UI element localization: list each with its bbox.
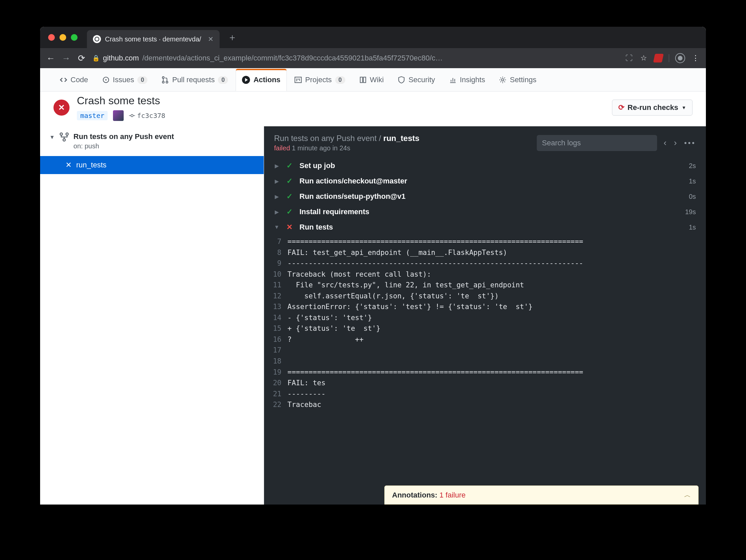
translate-icon[interactable]: ⛶ (625, 54, 633, 62)
extension-icon[interactable] (653, 54, 664, 62)
chevron-icon[interactable]: ▶ (274, 178, 280, 184)
log-line: 18 (264, 356, 706, 367)
log-menu-icon[interactable]: ••• (684, 139, 696, 147)
prev-icon[interactable]: ‹ (664, 138, 667, 148)
log-output: 7=======================================… (264, 235, 706, 410)
avatar[interactable] (113, 110, 124, 121)
tab-code-label: Code (70, 76, 88, 84)
log-line: 20FAIL: tes (264, 378, 706, 389)
chevron-icon[interactable]: ▼ (274, 224, 280, 230)
log-panel: Run tests on any Push event / run_tests … (264, 126, 706, 504)
actions-icon (242, 76, 250, 84)
chrome-menu-icon[interactable]: ⋮ (691, 54, 700, 62)
github-favicon-icon (93, 35, 101, 43)
tab-insights-label: Insights (460, 76, 485, 84)
tab-issues[interactable]: Issues 0 (96, 68, 154, 91)
graph-icon (449, 76, 457, 84)
workflow-trigger: on: push (74, 142, 174, 150)
svg-point-9 (66, 133, 68, 135)
url-field[interactable]: 🔒 github.com/dementevda/actions_ci_examp… (92, 54, 619, 62)
close-tab-icon[interactable]: ✕ (205, 35, 213, 43)
step-row[interactable]: ▶✓Run actions/setup-python@v10s (264, 189, 706, 204)
minimize-window-icon[interactable] (59, 34, 66, 41)
sidebar-job-run-tests[interactable]: ✕ run_tests (40, 156, 264, 174)
log-line: 22Tracebac (264, 399, 706, 410)
svg-point-1 (105, 79, 107, 81)
sync-icon: ⟳ (618, 103, 624, 112)
status-fail-icon: ✕ (54, 99, 69, 116)
step-name: Set up job (299, 161, 683, 170)
tab-wiki[interactable]: Wiki (353, 68, 391, 91)
breadcrumb: Run tests on any Push event / run_tests (274, 134, 530, 143)
profile-icon[interactable] (675, 53, 685, 63)
svg-point-4 (166, 81, 168, 83)
step-name: Run tests (299, 223, 683, 232)
issues-count: 0 (137, 76, 147, 84)
check-icon: ✓ (285, 161, 293, 170)
bookmark-icon[interactable]: ☆ (639, 54, 648, 62)
workflow-icon (59, 132, 69, 142)
chevron-icon[interactable]: ▶ (274, 194, 280, 200)
collapse-icon[interactable]: ▼ (50, 134, 55, 140)
new-tab-button[interactable]: ＋ (228, 31, 237, 44)
tab-settings[interactable]: Settings (493, 68, 543, 91)
log-header: Run tests on any Push event / run_tests … (264, 126, 706, 158)
step-row[interactable]: ▶✓Install requirements19s (264, 204, 706, 219)
log-line: 8FAIL: test_get_api_endpoint (__main__.F… (264, 247, 706, 258)
chevron-icon[interactable]: ▶ (274, 163, 280, 169)
search-logs-input[interactable]: Search logs (537, 135, 657, 151)
tab-code[interactable]: Code (54, 68, 94, 91)
svg-point-7 (131, 114, 133, 117)
tab-wiki-label: Wiki (370, 76, 384, 84)
tab-settings-label: Settings (510, 76, 537, 84)
gear-icon (499, 76, 506, 84)
chevron-up-icon[interactable]: ︿ (684, 491, 691, 500)
log-line: 17 (264, 345, 706, 356)
x-icon: ✕ (285, 223, 293, 232)
address-bar: ← → ⟳ 🔒 github.com/dementevda/actions_ci… (40, 48, 706, 68)
maximize-window-icon[interactable] (71, 34, 78, 41)
step-row[interactable]: ▶✓Run actions/checkout@master1s (264, 173, 706, 189)
step-row[interactable]: ▼✕Run tests1s (264, 219, 706, 235)
commit-icon (129, 113, 135, 119)
annotations-toast[interactable]: Annotations: 1 failure ︿ (384, 485, 698, 504)
back-button[interactable]: ← (46, 53, 56, 63)
forward-button[interactable]: → (61, 53, 71, 63)
shield-icon (398, 76, 405, 84)
log-line: 19======================================… (264, 367, 706, 378)
projects-icon (294, 76, 302, 84)
chevron-icon[interactable]: ▶ (274, 209, 280, 215)
tab-security[interactable]: Security (392, 68, 441, 91)
run-status: failed 1 minute ago in 24s (274, 144, 530, 152)
tab-projects[interactable]: Projects 0 (288, 68, 352, 91)
tab-insights[interactable]: Insights (443, 68, 492, 91)
code-icon (60, 76, 67, 84)
tab-title: Crash some tests · dementevda/ (105, 35, 201, 43)
check-icon: ✓ (285, 177, 293, 185)
step-duration: 1s (689, 224, 696, 231)
chrome-tabbar: Crash some tests · dementevda/ ✕ ＋ (40, 27, 706, 48)
tab-projects-label: Projects (305, 76, 332, 84)
svg-point-10 (63, 139, 65, 141)
step-row[interactable]: ▶✓Set up job2s (264, 158, 706, 173)
main-split: ▼ Run tests on any Push event on: push ✕… (40, 126, 706, 504)
tab-issues-label: Issues (113, 76, 134, 84)
tab-pull-requests[interactable]: Pull requests 0 (155, 68, 234, 91)
step-duration: 0s (689, 193, 696, 201)
log-line: 14- {'status': 'test'} (264, 313, 706, 323)
tab-actions[interactable]: Actions (236, 69, 287, 91)
log-line: 10Traceback (most recent call last): (264, 269, 706, 280)
reload-button[interactable]: ⟳ (77, 53, 86, 63)
svg-point-2 (163, 77, 165, 79)
browser-tab[interactable]: Crash some tests · dementevda/ ✕ (87, 30, 220, 48)
next-icon[interactable]: › (674, 138, 677, 148)
svg-point-6 (502, 79, 504, 81)
close-window-icon[interactable] (48, 34, 55, 41)
log-line: 16? ++ (264, 334, 706, 345)
rerun-checks-button[interactable]: ⟳ Re-run checks ▼ (612, 99, 692, 116)
url-path: /dementevda/actions_ci_example/commit/fc… (142, 54, 443, 62)
window-controls (48, 34, 78, 41)
workflow-header[interactable]: ▼ Run tests on any Push event on: push (40, 126, 264, 156)
commit-sha[interactable]: fc3c378 (129, 112, 165, 120)
branch-tag[interactable]: master (77, 111, 108, 120)
